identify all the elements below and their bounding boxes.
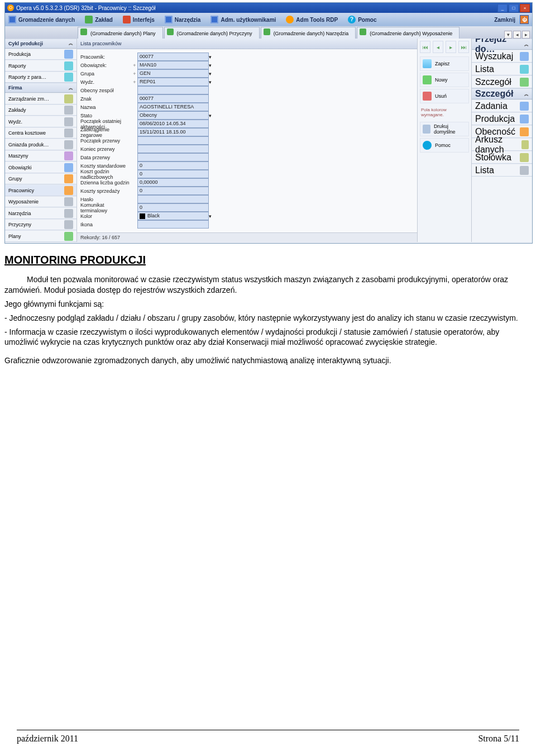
nav-raporty[interactable]: Raporty	[5, 60, 76, 72]
nav-raporty-para[interactable]: Raporty z para…	[5, 72, 76, 83]
field-input[interactable]	[137, 86, 209, 94]
field-input[interactable]: MAN10	[137, 61, 209, 69]
dropdown-caret-icon[interactable]: ▾	[209, 113, 212, 118]
menu-adm-tools[interactable]: Adm Tools RDP	[286, 16, 338, 23]
nav-zaklady[interactable]: Zakłady	[5, 104, 76, 116]
tab-przyczyny[interactable]: (Gromadzenie danych) Przyczyny	[164, 27, 260, 39]
field-input[interactable]: 00077	[137, 53, 209, 61]
nav-section-firma[interactable]: Firma︽	[5, 83, 76, 93]
field-input[interactable]: AGOSTINELLI TERESA	[137, 103, 209, 111]
field-input[interactable]	[137, 145, 209, 153]
dropdown-caret-icon[interactable]: ▾	[209, 79, 212, 85]
nav-przyczyny[interactable]: Przyczyny	[5, 219, 76, 231]
nav-grupy[interactable]: Grupy	[5, 173, 76, 185]
tab-wyposazenie[interactable]: (Gromadzenie danych) Wyposażenie	[357, 27, 460, 39]
menu-pomoc[interactable]: ?Pomoc	[348, 16, 376, 23]
field-input[interactable]: 0	[137, 203, 209, 212]
field-input[interactable]: 15/11/2011 18.15.00	[137, 128, 209, 136]
nav-obowiazki[interactable]: Obowiązki	[5, 161, 76, 173]
save-button[interactable]: Zapisz	[420, 56, 469, 71]
nav-gniazda[interactable]: Gniazda produk…	[5, 139, 76, 150]
rnav-szczegol[interactable]: Szczegół	[472, 75, 532, 88]
print-button[interactable]: Drukuj domyślne	[420, 122, 469, 136]
nav-narzedzia[interactable]: Narzędzia	[5, 207, 76, 219]
plus-icon[interactable]: +	[132, 79, 137, 85]
plus-icon[interactable]: +	[132, 71, 137, 77]
field-input[interactable]: 00077	[137, 94, 209, 103]
field-input[interactable]: Obecny	[137, 111, 209, 120]
form-row: Wydz.+REP01▾	[80, 78, 414, 86]
plus-icon[interactable]: +	[132, 63, 137, 68]
nav-plany[interactable]: Plany	[5, 230, 76, 242]
nav-maszyny[interactable]: Maszyny	[5, 150, 76, 162]
rnav-zadania[interactable]: Zadania	[472, 99, 532, 112]
tab-icon	[360, 28, 366, 35]
dropdown-caret-icon[interactable]: ▾	[209, 63, 212, 68]
menu-interfejs[interactable]: Interfejs	[123, 16, 155, 23]
help-button[interactable]: Pomoc	[420, 138, 469, 153]
nav-last-button[interactable]: ⏭	[458, 41, 469, 53]
dropdown-caret-icon[interactable]: ▾	[209, 213, 212, 219]
chevron-up-icon: ︽	[69, 85, 73, 91]
close-menu-icon[interactable]: ⏻	[520, 15, 529, 24]
menu-adm-uzytk[interactable]: Adm. użytkownikami	[210, 16, 276, 23]
menubar: Gromadzenie danych Zakład Interfejs Narz…	[5, 13, 532, 26]
nav-produkcja[interactable]: Produkcja	[5, 49, 76, 60]
field-input[interactable]	[137, 220, 209, 229]
dropdown-caret-icon[interactable]: ▾	[209, 54, 212, 60]
tab-icon	[167, 28, 174, 35]
maximize-button[interactable]: □	[509, 4, 519, 12]
tab-narzedzia[interactable]: (Gromadzenie danych) Narzędzia	[261, 27, 356, 39]
nav-zarzadzanie[interactable]: Zarządzanie zm…	[5, 93, 76, 104]
nav-section-cykl[interactable]: Cykl produkcji︽	[5, 39, 76, 49]
rnav-szczegol-sec[interactable]: Szczegół︽	[472, 88, 532, 99]
minimize-button[interactable]: _	[497, 4, 508, 12]
field-input[interactable]: GEN	[137, 69, 209, 78]
close-button[interactable]: ×	[520, 4, 530, 12]
field-label: Grupa	[80, 71, 132, 77]
pracownicy-icon	[64, 186, 73, 195]
dropdown-caret-icon[interactable]: ▾	[209, 71, 212, 77]
nav-prev-button[interactable]: ◂	[433, 41, 443, 53]
field-input[interactable]: 08/06/2010 14.05.34	[137, 120, 209, 128]
menu-zamknij[interactable]: Zamknij	[494, 17, 515, 23]
arkusz-icon	[521, 140, 529, 149]
chevron-up-icon: ︽	[524, 91, 529, 97]
field-input[interactable]: 0	[137, 161, 209, 170]
rnav-wyszukaj[interactable]: Wyszukaj	[472, 50, 532, 63]
rnav-produkcja[interactable]: Produkcja	[472, 112, 532, 125]
narzedzia-icon	[64, 209, 73, 218]
nav-wydz[interactable]: Wydz.	[5, 116, 76, 127]
rnav-arkusz[interactable]: Arkusz danych	[472, 138, 532, 151]
field-input[interactable]: 0	[137, 187, 209, 195]
field-input[interactable]: 0,00000	[137, 178, 209, 187]
article-p4: - Informacja w czasie rzeczywistym o ilo…	[4, 327, 532, 348]
left-navigator: Cykl produkcji︽ Produkcja Raporty Raport…	[5, 39, 77, 242]
field-label: Stato	[80, 113, 132, 118]
nav-first-button[interactable]: ⏮	[420, 41, 430, 53]
tab-scroll[interactable]: ▾◂▸	[504, 31, 530, 39]
field-input[interactable]	[137, 153, 209, 161]
menu-zaklad[interactable]: Zakład	[85, 16, 113, 23]
menu-narzedzia[interactable]: Narzędzia	[165, 16, 201, 23]
menu-gromadzenie[interactable]: Gromadzenie danych	[8, 16, 75, 23]
field-input[interactable]	[137, 136, 209, 145]
nav-pracownicy[interactable]: Pracownicy	[5, 184, 76, 196]
field-input[interactable]: Black	[137, 212, 209, 220]
nav-centra[interactable]: Centra kosztowe	[5, 127, 76, 139]
rnav-goto[interactable]: Przejdź do…︽	[472, 39, 532, 50]
tab-plany[interactable]: (Gromadzenie danych) Plany	[78, 27, 163, 39]
rnav-lista[interactable]: Lista	[472, 63, 532, 75]
delete-button[interactable]: Usuń	[420, 89, 469, 103]
nav-next-button[interactable]: ▸	[446, 41, 456, 53]
list-icon	[520, 65, 529, 74]
field-input[interactable]	[137, 195, 209, 203]
article-heading: MONITORING PRODUKCJI	[4, 254, 532, 267]
field-label: Zaokrąglenie zegarowe	[80, 127, 132, 138]
rnav-lista2[interactable]: Lista	[472, 164, 532, 177]
field-input[interactable]: REP01	[137, 78, 209, 86]
rnav-stolowka[interactable]: Stołówka	[472, 151, 532, 164]
new-button[interactable]: Nowy	[420, 73, 469, 87]
field-input[interactable]: 0	[137, 170, 209, 178]
nav-wyposazenie[interactable]: Wyposażenie	[5, 196, 76, 208]
